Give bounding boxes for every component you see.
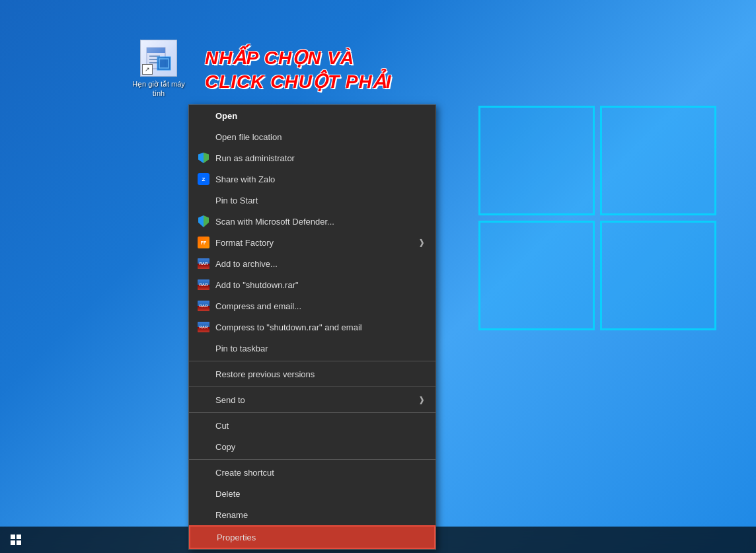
- menu-item-pin-start-label: Pin to Start: [215, 196, 425, 205]
- menu-item-compress-shutdown-email[interactable]: RAR Compress to "shutdown.rar" and email: [189, 316, 435, 338]
- menu-item-scan-defender[interactable]: Scan with Microsoft Defender...: [189, 211, 435, 232]
- rename-icon: [197, 508, 210, 521]
- desktop-icon-label: Hẹn giờ tắt máy tính: [132, 79, 185, 98]
- menu-item-send-to[interactable]: Send to ❱: [189, 389, 435, 410]
- format-factory-arrow: ❱: [418, 238, 425, 247]
- compress-shutdown-email-icon: RAR: [197, 320, 210, 334]
- menu-item-format-factory[interactable]: FF Format Factory ❱: [189, 232, 435, 253]
- menu-item-properties-label: Properties: [217, 533, 424, 542]
- menu-item-share-zalo[interactable]: Z Share with Zalo: [189, 168, 435, 190]
- send-to-arrow: ❱: [418, 395, 425, 404]
- menu-item-create-shortcut-label: Create shortcut: [215, 468, 425, 478]
- desktop: ↗ Hẹn giờ tắt máy tính NHẤP CHỌN VÀ CLIC…: [0, 0, 756, 553]
- add-archive-icon: RAR: [197, 257, 210, 270]
- menu-item-add-archive[interactable]: RAR Add to archive...: [189, 253, 435, 274]
- menu-item-open[interactable]: Open: [189, 105, 435, 126]
- menu-item-pin-taskbar[interactable]: Pin to taskbar: [189, 338, 435, 359]
- svg-rect-4: [149, 62, 159, 63]
- instruction-line2: CLICK CHUỘT PHẢI: [205, 70, 392, 94]
- menu-item-compress-shutdown-email-label: Compress to "shutdown.rar" and email: [215, 322, 425, 332]
- svg-rect-10: [17, 540, 21, 545]
- svg-rect-1: [147, 48, 165, 53]
- instruction-text: NHẤP CHỌN VÀ CLICK CHUỘT PHẢI: [205, 46, 392, 94]
- menu-item-restore-versions-label: Restore previous versions: [215, 369, 425, 379]
- svg-rect-8: [17, 535, 21, 539]
- svg-rect-5: [157, 57, 170, 70]
- menu-item-delete-label: Delete: [215, 489, 425, 499]
- pin-start-icon: [197, 194, 210, 207]
- menu-item-open-label: Open: [215, 111, 425, 121]
- menu-item-scan-defender-label: Scan with Microsoft Defender...: [215, 217, 425, 227]
- menu-item-restore-versions[interactable]: Restore previous versions: [189, 363, 435, 385]
- format-factory-icon: FF: [197, 236, 210, 249]
- svg-rect-2: [149, 55, 160, 57]
- menu-item-share-zalo-label: Share with Zalo: [215, 174, 425, 184]
- separator-3: [189, 412, 435, 413]
- win-pane-br: [600, 221, 716, 330]
- menu-item-run-as-admin[interactable]: Run as administrator: [189, 147, 435, 168]
- open-icon: [197, 109, 210, 122]
- uac-icon: [197, 151, 210, 165]
- add-shutdown-rar-icon: RAR: [197, 278, 210, 291]
- menu-item-compress-email[interactable]: RAR Compress and email...: [189, 295, 435, 316]
- separator-4: [189, 459, 435, 460]
- menu-item-compress-email-label: Compress and email...: [215, 301, 425, 311]
- shortcut-arrow: ↗: [142, 64, 153, 75]
- start-button[interactable]: [0, 527, 32, 553]
- menu-item-copy[interactable]: Copy: [189, 436, 435, 457]
- win-pane-bl: [478, 221, 595, 330]
- menu-item-send-to-label: Send to: [215, 395, 418, 405]
- menu-item-rename[interactable]: Rename: [189, 504, 435, 525]
- send-to-icon: [197, 393, 210, 406]
- menu-item-cut[interactable]: Cut: [189, 415, 435, 436]
- menu-item-properties[interactable]: Properties: [189, 525, 435, 549]
- svg-rect-6: [159, 59, 169, 68]
- separator-2: [189, 387, 435, 387]
- windows-logo: [478, 106, 716, 330]
- desktop-icon[interactable]: ↗ Hẹn giờ tắt máy tính: [132, 40, 185, 98]
- menu-item-open-file-location[interactable]: Open file location: [189, 126, 435, 147]
- svg-rect-3: [149, 59, 157, 60]
- defender-icon: [197, 215, 210, 228]
- menu-item-create-shortcut[interactable]: Create shortcut: [189, 462, 435, 483]
- menu-item-pin-start[interactable]: Pin to Start: [189, 190, 435, 211]
- context-menu: Open Open file location Run as administr…: [188, 104, 436, 550]
- compress-email-icon: RAR: [197, 299, 210, 313]
- menu-item-run-as-admin-label: Run as administrator: [215, 153, 425, 163]
- menu-item-pin-taskbar-label: Pin to taskbar: [215, 344, 425, 353]
- svg-rect-9: [11, 540, 15, 545]
- menu-item-rename-label: Rename: [215, 510, 425, 520]
- menu-item-open-file-location-label: Open file location: [215, 132, 425, 142]
- menu-item-format-factory-label: Format Factory: [215, 238, 418, 248]
- svg-rect-7: [11, 535, 15, 539]
- menu-item-copy-label: Copy: [215, 442, 425, 452]
- start-icon: [10, 534, 22, 546]
- desktop-icon-image: ↗: [140, 40, 177, 77]
- menu-item-cut-label: Cut: [215, 421, 425, 431]
- cut-icon: [197, 419, 210, 432]
- create-shortcut-icon: [197, 466, 210, 479]
- delete-icon: [197, 487, 210, 500]
- win-pane-tl: [478, 106, 595, 215]
- zalo-icon: Z: [197, 172, 210, 186]
- properties-icon: [198, 531, 211, 544]
- pin-taskbar-icon: [197, 342, 210, 355]
- win-pane-tr: [600, 106, 716, 215]
- separator-1: [189, 361, 435, 361]
- menu-item-add-shutdown-rar[interactable]: RAR Add to "shutdown.rar": [189, 274, 435, 295]
- file-location-icon: [197, 130, 210, 143]
- menu-item-add-archive-label: Add to archive...: [215, 259, 425, 269]
- instruction-line1: NHẤP CHỌN VÀ: [205, 46, 392, 70]
- restore-icon: [197, 367, 210, 381]
- menu-item-delete[interactable]: Delete: [189, 483, 435, 504]
- menu-item-add-shutdown-rar-label: Add to "shutdown.rar": [215, 280, 425, 290]
- copy-icon: [197, 440, 210, 453]
